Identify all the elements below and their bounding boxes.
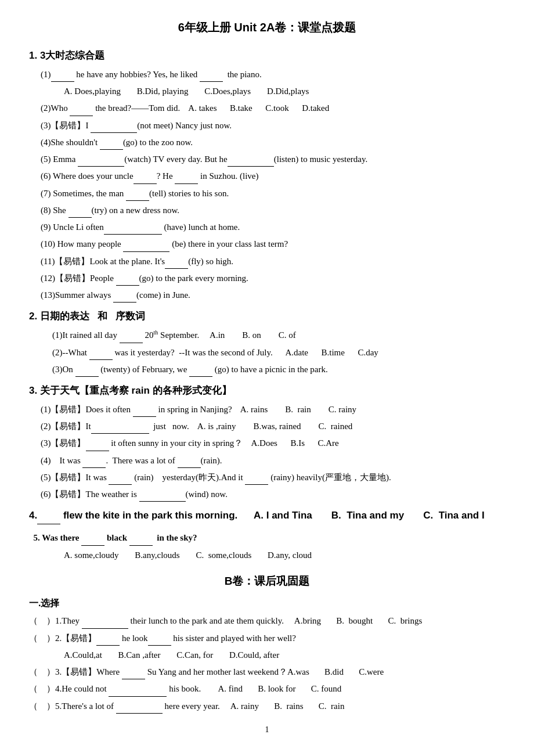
section-3-title: 3. 关于天气【重点考察 rain 的各种形式变化】: [29, 383, 505, 399]
section-2: 2. 日期的表达 和 序数词 (1)It rained all day 20th…: [29, 308, 505, 377]
section-5-text: 5. Was there black in the sky?: [29, 530, 505, 545]
q3: (3)【易错】I (not meet) Nancy just now.: [41, 118, 505, 133]
q7: (7) Sometimes, the man (tell) stories to…: [41, 186, 505, 201]
q16: (3)On (twenty) of February, we (go) to h…: [52, 362, 505, 377]
q21: (5)【易错】It was (rain) yesterday(昨天).And i…: [41, 470, 505, 485]
q15: (2)--What was it yesterday? --It was the…: [52, 345, 505, 360]
b2-choices: A.Could,at B.Can ,after C.Can, for D.Cou…: [64, 647, 505, 663]
q18: (2)【易错】It just now. A. is ,rainy B.was, …: [41, 419, 505, 434]
q2: (2)Who the bread?——Tom did. A. takes B.t…: [41, 100, 505, 116]
section-1-title: 1. 3大时态综合题: [29, 48, 505, 64]
q9: (9) Uncle Li often (have) lunch at home.: [41, 219, 505, 235]
q22: (6)【易错】The weather is (wind) now.: [41, 487, 505, 502]
section-4: 4. flew the kite in the park this mornin…: [29, 507, 505, 524]
q20: (4) It was . There was a lot of (rain).: [41, 453, 505, 468]
section-5-choices: A. some,cloudy B.any,clouds C. some,clou…: [64, 548, 505, 563]
q12: (12)【易错】People (go) to the park every mo…: [41, 271, 505, 286]
q10: (10) How many people (be) there in your …: [41, 236, 505, 251]
section-2-title: 2. 日期的表达 和 序数词: [29, 308, 505, 325]
section-3: 3. 关于天气【重点考察 rain 的各种形式变化】 (1)【易错】Does i…: [29, 383, 505, 502]
b4: （ ）4.He could not his book. A. find B. l…: [29, 681, 505, 696]
section-b: B卷：课后巩固题 一.选择 （ ）1.They their lunch to t…: [29, 572, 505, 714]
q13: (13)Summer always (come) in June.: [41, 287, 505, 303]
b2: （ ）2.【易错】 he look his sister and played …: [29, 631, 505, 646]
q17: (1)【易错】Does it often in spring in Nanjin…: [41, 402, 505, 417]
section-b-sub: 一.选择: [29, 595, 505, 611]
q14: (1)It rained all day 20th September. A.i…: [52, 327, 505, 343]
b5: （ ）5.There's a lot of here every year. A…: [29, 699, 505, 714]
section-1: 1. 3大时态综合题 (1) he have any hobbies? Yes,…: [29, 48, 505, 303]
b3: （ ）3.【易错】Where Su Yang and her mother la…: [29, 664, 505, 679]
q8: (8) She (try) on a new dress now.: [41, 203, 505, 218]
q11: (11)【易错】Look at the plane. It's(fly) so …: [41, 254, 505, 269]
q4: (4)She shouldn't (go) to the zoo now.: [41, 135, 505, 150]
q6: (6) Where does your uncle? He in Suzhou.…: [41, 168, 505, 183]
page-title: 6年级上册 Unit 2A卷：课堂点拨题: [29, 17, 505, 37]
b1: （ ）1.They their lunch to the park and at…: [29, 613, 505, 628]
q1-choices: A. Does,playing B.Did, playing C.Does,pl…: [64, 84, 505, 99]
section-b-title: B卷：课后巩固题: [29, 572, 505, 591]
section-5: 5. Was there black in the sky? A. some,c…: [29, 530, 505, 563]
q19: (3)【易错】 it often sunny in your city in s…: [41, 435, 505, 451]
q5: (5) Emma (watch) TV every day. But he(li…: [41, 152, 505, 167]
section-4-title: 4. flew the kite in the park this mornin…: [29, 507, 505, 524]
q1: (1) he have any hobbies? Yes, he liked t…: [41, 67, 505, 82]
page-number: 1: [29, 723, 505, 737]
